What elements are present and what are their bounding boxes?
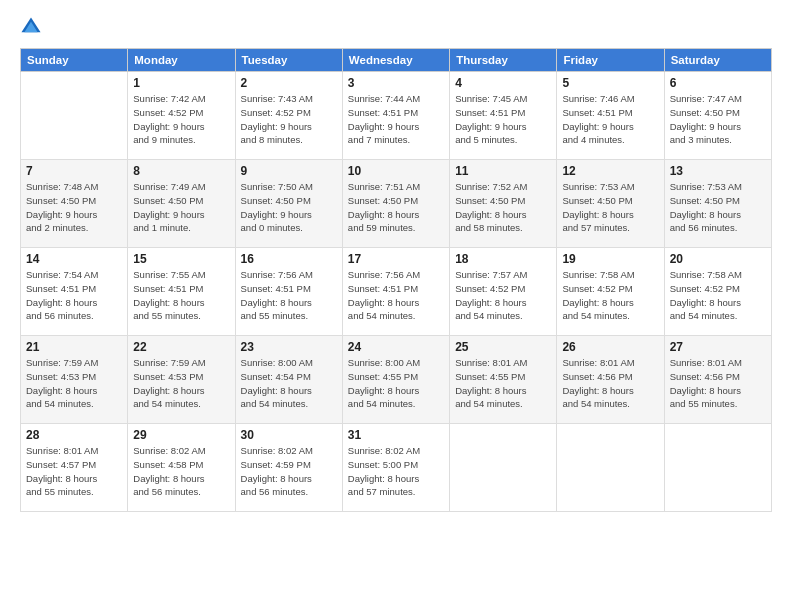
day-number: 28 xyxy=(26,428,122,442)
day-info: Sunrise: 8:02 AM Sunset: 4:58 PM Dayligh… xyxy=(133,444,229,499)
calendar-cell: 13Sunrise: 7:53 AM Sunset: 4:50 PM Dayli… xyxy=(664,160,771,248)
day-number: 13 xyxy=(670,164,766,178)
logo-icon xyxy=(20,16,42,38)
calendar-week-row: 7Sunrise: 7:48 AM Sunset: 4:50 PM Daylig… xyxy=(21,160,772,248)
weekday-header: Sunday xyxy=(21,49,128,72)
day-info: Sunrise: 8:00 AM Sunset: 4:55 PM Dayligh… xyxy=(348,356,444,411)
calendar-week-row: 1Sunrise: 7:42 AM Sunset: 4:52 PM Daylig… xyxy=(21,72,772,160)
weekday-header: Friday xyxy=(557,49,664,72)
day-info: Sunrise: 8:01 AM Sunset: 4:56 PM Dayligh… xyxy=(562,356,658,411)
calendar-cell: 21Sunrise: 7:59 AM Sunset: 4:53 PM Dayli… xyxy=(21,336,128,424)
day-info: Sunrise: 7:48 AM Sunset: 4:50 PM Dayligh… xyxy=(26,180,122,235)
calendar-cell: 1Sunrise: 7:42 AM Sunset: 4:52 PM Daylig… xyxy=(128,72,235,160)
day-number: 15 xyxy=(133,252,229,266)
day-info: Sunrise: 7:51 AM Sunset: 4:50 PM Dayligh… xyxy=(348,180,444,235)
day-info: Sunrise: 7:54 AM Sunset: 4:51 PM Dayligh… xyxy=(26,268,122,323)
calendar-week-row: 14Sunrise: 7:54 AM Sunset: 4:51 PM Dayli… xyxy=(21,248,772,336)
day-info: Sunrise: 7:59 AM Sunset: 4:53 PM Dayligh… xyxy=(133,356,229,411)
calendar-cell: 8Sunrise: 7:49 AM Sunset: 4:50 PM Daylig… xyxy=(128,160,235,248)
day-info: Sunrise: 7:43 AM Sunset: 4:52 PM Dayligh… xyxy=(241,92,337,147)
day-number: 11 xyxy=(455,164,551,178)
day-info: Sunrise: 7:50 AM Sunset: 4:50 PM Dayligh… xyxy=(241,180,337,235)
day-number: 16 xyxy=(241,252,337,266)
day-info: Sunrise: 7:58 AM Sunset: 4:52 PM Dayligh… xyxy=(670,268,766,323)
calendar-cell: 6Sunrise: 7:47 AM Sunset: 4:50 PM Daylig… xyxy=(664,72,771,160)
calendar-cell: 7Sunrise: 7:48 AM Sunset: 4:50 PM Daylig… xyxy=(21,160,128,248)
day-number: 25 xyxy=(455,340,551,354)
day-info: Sunrise: 7:42 AM Sunset: 4:52 PM Dayligh… xyxy=(133,92,229,147)
day-info: Sunrise: 7:44 AM Sunset: 4:51 PM Dayligh… xyxy=(348,92,444,147)
calendar-cell: 4Sunrise: 7:45 AM Sunset: 4:51 PM Daylig… xyxy=(450,72,557,160)
logo xyxy=(20,16,46,38)
day-number: 23 xyxy=(241,340,337,354)
calendar: SundayMondayTuesdayWednesdayThursdayFrid… xyxy=(20,48,772,512)
day-number: 5 xyxy=(562,76,658,90)
day-number: 4 xyxy=(455,76,551,90)
day-info: Sunrise: 7:56 AM Sunset: 4:51 PM Dayligh… xyxy=(348,268,444,323)
day-info: Sunrise: 7:47 AM Sunset: 4:50 PM Dayligh… xyxy=(670,92,766,147)
day-number: 14 xyxy=(26,252,122,266)
day-info: Sunrise: 8:01 AM Sunset: 4:55 PM Dayligh… xyxy=(455,356,551,411)
calendar-cell: 18Sunrise: 7:57 AM Sunset: 4:52 PM Dayli… xyxy=(450,248,557,336)
day-number: 21 xyxy=(26,340,122,354)
weekday-header: Wednesday xyxy=(342,49,449,72)
day-info: Sunrise: 7:53 AM Sunset: 4:50 PM Dayligh… xyxy=(670,180,766,235)
day-number: 29 xyxy=(133,428,229,442)
weekday-header: Monday xyxy=(128,49,235,72)
calendar-cell: 12Sunrise: 7:53 AM Sunset: 4:50 PM Dayli… xyxy=(557,160,664,248)
calendar-cell: 15Sunrise: 7:55 AM Sunset: 4:51 PM Dayli… xyxy=(128,248,235,336)
day-number: 8 xyxy=(133,164,229,178)
day-info: Sunrise: 8:01 AM Sunset: 4:57 PM Dayligh… xyxy=(26,444,122,499)
day-info: Sunrise: 8:02 AM Sunset: 4:59 PM Dayligh… xyxy=(241,444,337,499)
day-info: Sunrise: 7:59 AM Sunset: 4:53 PM Dayligh… xyxy=(26,356,122,411)
day-number: 20 xyxy=(670,252,766,266)
calendar-cell: 5Sunrise: 7:46 AM Sunset: 4:51 PM Daylig… xyxy=(557,72,664,160)
weekday-header: Saturday xyxy=(664,49,771,72)
day-info: Sunrise: 7:57 AM Sunset: 4:52 PM Dayligh… xyxy=(455,268,551,323)
calendar-cell: 16Sunrise: 7:56 AM Sunset: 4:51 PM Dayli… xyxy=(235,248,342,336)
calendar-cell: 20Sunrise: 7:58 AM Sunset: 4:52 PM Dayli… xyxy=(664,248,771,336)
day-number: 12 xyxy=(562,164,658,178)
day-number: 27 xyxy=(670,340,766,354)
calendar-cell: 9Sunrise: 7:50 AM Sunset: 4:50 PM Daylig… xyxy=(235,160,342,248)
day-number: 17 xyxy=(348,252,444,266)
day-number: 6 xyxy=(670,76,766,90)
calendar-cell: 25Sunrise: 8:01 AM Sunset: 4:55 PM Dayli… xyxy=(450,336,557,424)
calendar-cell: 23Sunrise: 8:00 AM Sunset: 4:54 PM Dayli… xyxy=(235,336,342,424)
day-info: Sunrise: 7:56 AM Sunset: 4:51 PM Dayligh… xyxy=(241,268,337,323)
calendar-cell: 14Sunrise: 7:54 AM Sunset: 4:51 PM Dayli… xyxy=(21,248,128,336)
calendar-cell: 3Sunrise: 7:44 AM Sunset: 4:51 PM Daylig… xyxy=(342,72,449,160)
page-container: SundayMondayTuesdayWednesdayThursdayFrid… xyxy=(0,0,792,612)
calendar-cell: 19Sunrise: 7:58 AM Sunset: 4:52 PM Dayli… xyxy=(557,248,664,336)
calendar-cell: 26Sunrise: 8:01 AM Sunset: 4:56 PM Dayli… xyxy=(557,336,664,424)
day-info: Sunrise: 8:00 AM Sunset: 4:54 PM Dayligh… xyxy=(241,356,337,411)
day-info: Sunrise: 7:49 AM Sunset: 4:50 PM Dayligh… xyxy=(133,180,229,235)
weekday-header: Thursday xyxy=(450,49,557,72)
day-number: 24 xyxy=(348,340,444,354)
day-info: Sunrise: 7:58 AM Sunset: 4:52 PM Dayligh… xyxy=(562,268,658,323)
day-number: 3 xyxy=(348,76,444,90)
day-number: 18 xyxy=(455,252,551,266)
calendar-cell xyxy=(21,72,128,160)
day-number: 26 xyxy=(562,340,658,354)
day-number: 22 xyxy=(133,340,229,354)
day-info: Sunrise: 7:53 AM Sunset: 4:50 PM Dayligh… xyxy=(562,180,658,235)
weekday-header: Tuesday xyxy=(235,49,342,72)
calendar-cell: 11Sunrise: 7:52 AM Sunset: 4:50 PM Dayli… xyxy=(450,160,557,248)
day-number: 19 xyxy=(562,252,658,266)
calendar-cell: 17Sunrise: 7:56 AM Sunset: 4:51 PM Dayli… xyxy=(342,248,449,336)
day-info: Sunrise: 8:01 AM Sunset: 4:56 PM Dayligh… xyxy=(670,356,766,411)
calendar-cell: 24Sunrise: 8:00 AM Sunset: 4:55 PM Dayli… xyxy=(342,336,449,424)
day-number: 7 xyxy=(26,164,122,178)
day-number: 9 xyxy=(241,164,337,178)
day-number: 31 xyxy=(348,428,444,442)
calendar-cell: 27Sunrise: 8:01 AM Sunset: 4:56 PM Dayli… xyxy=(664,336,771,424)
day-info: Sunrise: 8:02 AM Sunset: 5:00 PM Dayligh… xyxy=(348,444,444,499)
day-info: Sunrise: 7:52 AM Sunset: 4:50 PM Dayligh… xyxy=(455,180,551,235)
day-info: Sunrise: 7:45 AM Sunset: 4:51 PM Dayligh… xyxy=(455,92,551,147)
calendar-cell: 31Sunrise: 8:02 AM Sunset: 5:00 PM Dayli… xyxy=(342,424,449,512)
calendar-cell: 29Sunrise: 8:02 AM Sunset: 4:58 PM Dayli… xyxy=(128,424,235,512)
day-number: 2 xyxy=(241,76,337,90)
day-info: Sunrise: 7:46 AM Sunset: 4:51 PM Dayligh… xyxy=(562,92,658,147)
calendar-cell: 28Sunrise: 8:01 AM Sunset: 4:57 PM Dayli… xyxy=(21,424,128,512)
